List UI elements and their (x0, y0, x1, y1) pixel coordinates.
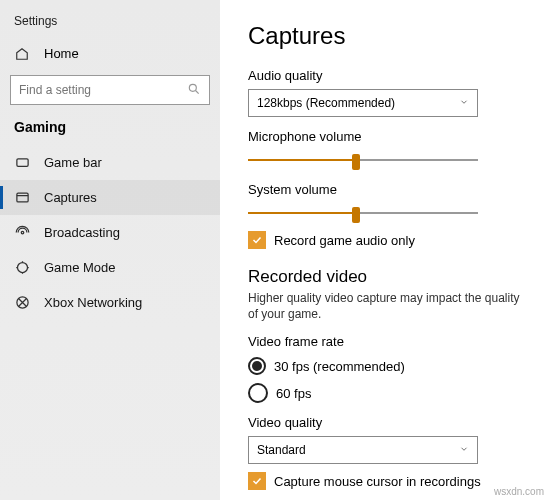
video-quality-value: Standard (257, 443, 306, 457)
audio-quality-label: Audio quality (248, 68, 530, 83)
home-label: Home (44, 46, 79, 61)
recorded-video-note: Higher quality video capture may impact … (248, 291, 530, 322)
sidebar-label: Captures (44, 190, 97, 205)
sidebar-label: Game Mode (44, 260, 116, 275)
video-quality-select[interactable]: Standard (248, 436, 478, 464)
capture-cursor-checkbox[interactable]: Capture mouse cursor in recordings (248, 472, 530, 490)
video-quality-label: Video quality (248, 415, 530, 430)
system-volume-label: System volume (248, 182, 530, 197)
svg-point-5 (17, 263, 27, 273)
app-title: Settings (0, 10, 220, 38)
xbox-icon (14, 295, 30, 310)
broadcasting-icon (14, 225, 30, 240)
radio-icon (248, 357, 266, 375)
home-nav[interactable]: Home (0, 38, 220, 69)
svg-rect-3 (16, 193, 27, 202)
svg-point-4 (21, 231, 24, 234)
search-input-wrap[interactable] (10, 75, 210, 105)
main-panel: Captures Audio quality 128kbps (Recommen… (220, 0, 550, 500)
system-volume-slider[interactable] (248, 203, 478, 223)
sidebar-label: Game bar (44, 155, 102, 170)
gamebar-icon (14, 155, 30, 170)
recorded-video-heading: Recorded video (248, 267, 530, 287)
audio-quality-value: 128kbps (Recommended) (257, 96, 395, 110)
svg-rect-2 (16, 159, 27, 167)
search-icon (187, 82, 209, 99)
checkbox-icon (248, 472, 266, 490)
frame-rate-option-60[interactable]: 60 fps (248, 383, 530, 403)
checkbox-icon (248, 231, 266, 249)
sidebar-item-captures[interactable]: Captures (0, 180, 220, 215)
category-header: Gaming (0, 115, 220, 145)
chevron-down-icon (459, 443, 469, 457)
sidebar-item-xbox-networking[interactable]: Xbox Networking (0, 285, 220, 320)
sidebar-item-game-mode[interactable]: Game Mode (0, 250, 220, 285)
svg-point-0 (189, 84, 196, 91)
home-icon (14, 47, 30, 61)
capture-cursor-label: Capture mouse cursor in recordings (274, 474, 481, 489)
gamemode-icon (14, 260, 30, 275)
page-title: Captures (248, 22, 530, 50)
frame-rate-label: Video frame rate (248, 334, 530, 349)
sidebar-label: Broadcasting (44, 225, 120, 240)
record-audio-only-checkbox[interactable]: Record game audio only (248, 231, 530, 249)
sidebar-item-game-bar[interactable]: Game bar (0, 145, 220, 180)
chevron-down-icon (459, 96, 469, 110)
frame-rate-30-label: 30 fps (recommended) (274, 359, 405, 374)
captures-icon (14, 190, 30, 205)
sidebar-item-broadcasting[interactable]: Broadcasting (0, 215, 220, 250)
frame-rate-60-label: 60 fps (276, 386, 311, 401)
mic-volume-label: Microphone volume (248, 129, 530, 144)
radio-icon (248, 383, 268, 403)
mic-volume-slider[interactable] (248, 150, 478, 170)
search-input[interactable] (11, 83, 187, 97)
record-audio-only-label: Record game audio only (274, 233, 415, 248)
sidebar-label: Xbox Networking (44, 295, 142, 310)
frame-rate-option-30[interactable]: 30 fps (recommended) (248, 357, 530, 375)
sidebar: Settings Home Gaming Game bar Captures B… (0, 0, 220, 500)
audio-quality-select[interactable]: 128kbps (Recommended) (248, 89, 478, 117)
svg-line-1 (196, 90, 199, 93)
